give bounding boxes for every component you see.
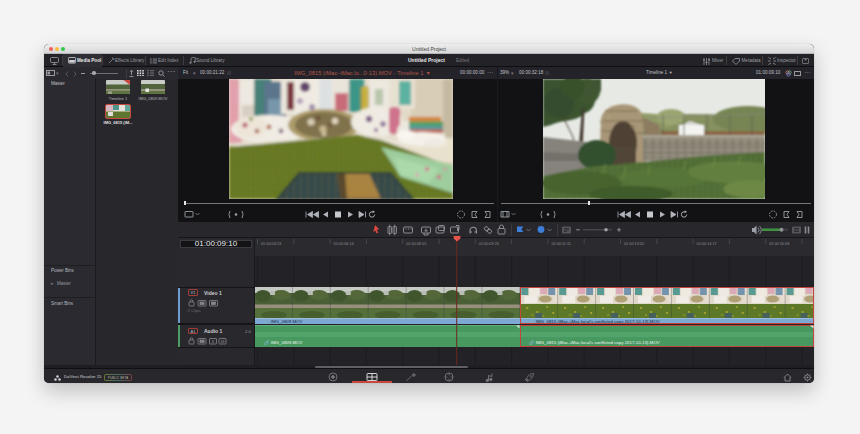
svg-text:01:00:08:05: 01:00:08:05 bbox=[406, 242, 426, 246]
svg-text:01:00:14:17: 01:00:14:17 bbox=[697, 242, 717, 246]
svg-text:S: S bbox=[212, 339, 215, 344]
svg-text:01:00:16:08: 01:00:16:08 bbox=[769, 242, 789, 246]
svg-text:🔗 IMG_0809.MOV: 🔗 IMG_0809.MOV bbox=[264, 318, 303, 325]
svg-text:01:00:11:11: 01:00:11:11 bbox=[551, 242, 571, 246]
svg-text:PUBLIC BETA: PUBLIC BETA bbox=[108, 376, 129, 380]
svg-text:01:00:09:20: 01:00:09:20 bbox=[479, 242, 499, 246]
svg-text:🔗 IMG_0809.MOV: 🔗 IMG_0809.MOV bbox=[264, 339, 303, 346]
svg-text:01:00:06:14: 01:00:06:14 bbox=[334, 242, 354, 246]
svg-text:01:00:04:23: 01:00:04:23 bbox=[261, 242, 281, 246]
svg-text:01:00:13:02: 01:00:13:02 bbox=[624, 242, 644, 246]
svg-text:🔗 IMG_0815 (iMac–iMac.local's: 🔗 IMG_0815 (iMac–iMac.local's conflicted… bbox=[529, 339, 660, 346]
svg-text:M: M bbox=[221, 339, 225, 344]
